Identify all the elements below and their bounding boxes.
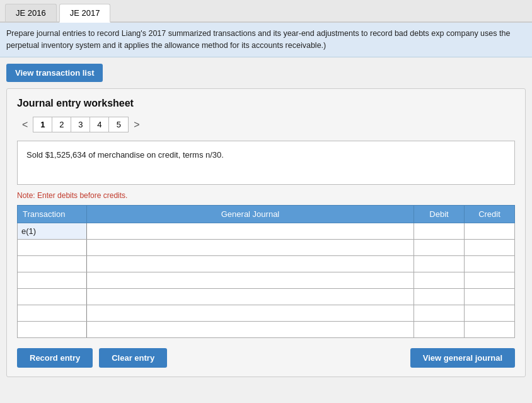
table-row [18,255,515,272]
general-journal-input-4[interactable] [87,272,414,288]
debit-field-3[interactable] [414,256,464,272]
transaction-label-6 [18,305,87,321]
page-1[interactable]: 1 [33,117,52,132]
bottom-buttons: Record entry Clear entry View general jo… [17,348,515,368]
debit-input-1[interactable] [414,223,465,239]
debit-field-5[interactable] [414,289,464,305]
credit-input-2[interactable] [465,239,515,255]
credit-field-3[interactable] [465,256,514,272]
debit-input-7[interactable] [414,321,465,337]
general-journal-input-1[interactable] [87,223,414,239]
transaction-label-3 [18,255,87,272]
page-2[interactable]: 2 [52,117,71,132]
credit-field-4[interactable] [465,272,514,288]
general-journal-field-1[interactable] [87,223,413,239]
record-entry-button[interactable]: Record entry [17,348,93,368]
debit-input-3[interactable] [414,255,465,272]
credit-field-2[interactable] [465,240,514,255]
th-credit: Credit [465,205,515,223]
th-transaction: Transaction [18,205,87,223]
transaction-label-1: e(1) [18,223,87,239]
tab-je2016[interactable]: JE 2016 [5,4,57,21]
general-journal-field-3[interactable] [87,256,413,272]
table-row: e(1) [18,223,515,239]
table-row [18,239,515,255]
worksheet-card: Journal entry worksheet 1 2 3 4 5 Sold $… [6,88,526,377]
debit-input-4[interactable] [414,272,465,288]
th-debit: Debit [414,205,465,223]
page-3[interactable]: 3 [71,117,90,132]
tabs-bar: JE 2016 JE 2017 [0,0,532,23]
transaction-label-2 [18,239,87,255]
table-row [18,321,515,337]
transaction-description-text: Sold $1,525,634 of merchandise on credit… [26,150,224,160]
pagination: 1 2 3 4 5 [17,117,515,133]
general-journal-field-5[interactable] [87,289,413,305]
credit-input-1[interactable] [465,223,515,239]
table-row [18,305,515,321]
page-numbers-group: 1 2 3 4 5 [33,117,129,132]
debit-input-2[interactable] [414,239,465,255]
transaction-label-4 [18,272,87,288]
credit-field-6[interactable] [465,305,514,321]
credit-input-4[interactable] [465,272,515,288]
transaction-label-5 [18,288,87,305]
general-journal-input-3[interactable] [87,255,414,272]
page-4[interactable]: 4 [90,117,109,132]
credit-field-5[interactable] [465,289,514,305]
general-journal-field-7[interactable] [87,322,413,337]
transaction-description-box: Sold $1,525,634 of merchandise on credit… [17,141,515,185]
debit-input-6[interactable] [414,305,465,321]
debit-field-7[interactable] [414,322,464,337]
worksheet-title: Journal entry worksheet [17,98,515,109]
debit-field-6[interactable] [414,305,464,321]
table-row [18,272,515,288]
debit-input-5[interactable] [414,288,465,305]
credit-field-1[interactable] [465,223,514,239]
debit-field-1[interactable] [414,223,464,239]
credit-input-3[interactable] [465,255,515,272]
pagination-next[interactable] [129,117,144,133]
description-text: Prepare journal entries to record Liang'… [6,29,510,50]
transaction-label-7 [18,321,87,337]
general-journal-field-6[interactable] [87,305,413,321]
general-journal-input-6[interactable] [87,305,414,321]
debit-field-4[interactable] [414,272,464,288]
note-text: Note: Enter debits before credits. [17,191,515,200]
pagination-prev[interactable] [17,117,33,133]
page-5[interactable]: 5 [109,117,128,132]
clear-entry-button[interactable]: Clear entry [99,348,167,368]
general-journal-input-2[interactable] [87,239,414,255]
credit-input-6[interactable] [465,305,515,321]
general-journal-input-7[interactable] [87,321,414,337]
credit-field-7[interactable] [465,322,514,337]
view-transactions-button[interactable]: View transaction list [6,64,103,82]
general-journal-input-5[interactable] [87,288,414,305]
general-journal-field-4[interactable] [87,272,413,288]
debit-field-2[interactable] [414,240,464,255]
journal-table: Transaction General Journal Debit Credit… [17,205,515,338]
general-journal-field-2[interactable] [87,240,413,255]
description-banner: Prepare journal entries to record Liang'… [0,23,532,57]
view-general-journal-button[interactable]: View general journal [410,348,515,368]
credit-input-5[interactable] [465,288,515,305]
tab-je2017[interactable]: JE 2017 [59,4,111,23]
credit-input-7[interactable] [465,321,515,337]
th-general-journal: General Journal [87,205,414,223]
table-row [18,288,515,305]
